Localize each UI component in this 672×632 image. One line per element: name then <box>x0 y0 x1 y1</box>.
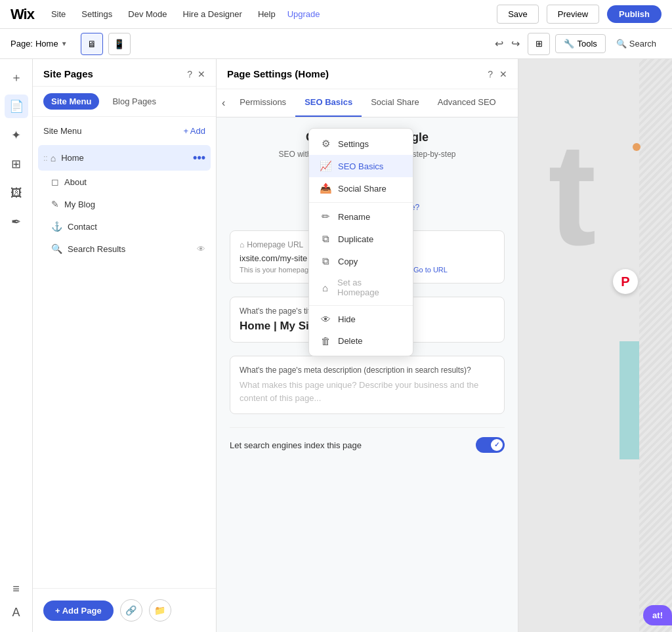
folder-icon-button[interactable]: 📁 <box>149 599 171 621</box>
page-item-blog[interactable]: ✎ My Blog <box>38 193 211 215</box>
page-selector-label: Page: <box>10 39 33 49</box>
page-item-contact[interactable]: ⚓ Contact <box>38 215 211 238</box>
ps-header-icons: ? ✕ <box>488 69 507 79</box>
index-toggle[interactable] <box>476 437 505 453</box>
publish-button[interactable]: Publish <box>607 5 662 23</box>
seo-icon: 📈 <box>320 160 331 172</box>
sidebar-accessibility-button[interactable]: A <box>5 600 28 624</box>
tab-site-menu[interactable]: Site Menu <box>43 93 99 110</box>
page-list: :: ⌂ Home ••• ◻ About ✎ My Blog ⚓ Contac… <box>33 145 216 260</box>
wix-logo: Wix <box>10 6 34 23</box>
tab-social-share[interactable]: Social Share <box>362 89 429 117</box>
undo-button[interactable]: ↩ <box>492 35 506 53</box>
canvas-stripe <box>639 59 672 632</box>
ctx-copy[interactable]: ⧉ Copy <box>309 250 413 272</box>
go-to-url-link[interactable]: Go to URL <box>413 266 448 274</box>
ctx-hide-label: Hide <box>338 314 356 324</box>
layout-icon: ⊞ <box>536 39 543 49</box>
ctx-rename[interactable]: ✏ Rename <box>309 205 413 228</box>
site-menu-section: Site Menu + Add <box>33 117 216 145</box>
blog-page-icon: ✎ <box>51 199 59 209</box>
ctx-duplicate[interactable]: ⧉ Duplicate <box>309 228 413 250</box>
ctx-hide[interactable]: 👁 Hide <box>309 308 413 330</box>
search-label: Search <box>629 39 656 49</box>
mobile-view-button[interactable]: 📱 <box>108 33 131 55</box>
preview-button[interactable]: Preview <box>547 5 599 24</box>
panel-help-icon[interactable]: ? <box>187 69 192 79</box>
ctx-social-share[interactable]: 📤 Social Share <box>309 177 413 200</box>
ctx-duplicate-label: Duplicate <box>338 234 373 244</box>
ps-title: Page Settings (Home) <box>227 68 488 79</box>
drag-handle-icon: :: <box>43 154 48 163</box>
tab-blog-pages[interactable]: Blog Pages <box>104 93 164 110</box>
sidebar-add-button[interactable]: ＋ <box>5 66 28 89</box>
chevron-down-icon: ▼ <box>61 40 68 47</box>
undo-redo-group: ↩ ↪ <box>492 35 522 53</box>
home-icon: ⌂ <box>240 240 244 249</box>
page-item-label-search: Search Results <box>68 244 197 254</box>
tab-seo-basics[interactable]: SEO Basics <box>295 89 362 117</box>
meta-section: What's the page's meta description (desc… <box>230 356 505 414</box>
ps-close-icon[interactable]: ✕ <box>499 69 507 79</box>
ps-help-icon[interactable]: ? <box>488 69 493 79</box>
sidebar-media-button[interactable]: 🖼 <box>5 181 28 205</box>
save-button[interactable]: Save <box>497 5 539 24</box>
canvas-letter: t <box>548 112 596 278</box>
panel-tabs: Site Menu Blog Pages <box>33 87 216 117</box>
social-icon: 📤 <box>320 182 331 194</box>
ctx-settings[interactable]: ⚙ Settings <box>309 133 413 155</box>
delete-icon: 🗑 <box>320 335 331 347</box>
page-item-search[interactable]: 🔍 Search Results 👁 <box>38 238 211 260</box>
tools-button[interactable]: 🔧 Tools <box>555 34 605 53</box>
ctx-set-homepage: ⌂ Set as Homepage <box>309 272 413 303</box>
chat-widget[interactable]: at! <box>643 605 672 625</box>
top-nav: Wix Site Settings Dev Mode Hire a Design… <box>0 0 672 29</box>
second-nav: Page: Home ▼ 🖥 📱 ↩ ↪ ⊞ 🔧 Tools 🔍 Search <box>0 29 672 59</box>
sidebar-design-button[interactable]: ✦ <box>5 123 28 147</box>
ctx-copy-label: Copy <box>338 257 358 266</box>
duplicate-icon: ⧉ <box>320 233 331 245</box>
nav-upgrade[interactable]: Upgrade <box>287 9 320 19</box>
nav-help[interactable]: Help <box>254 7 280 22</box>
page-item-more-home[interactable]: ••• <box>193 151 205 165</box>
home-page-icon: ⌂ <box>51 153 56 163</box>
tab-advanced-seo[interactable]: Advanced SEO <box>429 89 505 117</box>
ps-back-button[interactable]: ‹ <box>217 89 230 117</box>
page-selector[interactable]: Page: Home ▼ <box>10 39 68 49</box>
nav-hire-designer[interactable]: Hire a Designer <box>179 7 246 22</box>
link-icon-button[interactable]: 🔗 <box>120 599 142 621</box>
ctx-delete[interactable]: 🗑 Delete <box>309 330 413 352</box>
page-item-home[interactable]: :: ⌂ Home ••• <box>38 145 211 171</box>
add-page-button[interactable]: + Add Page <box>43 600 114 621</box>
contact-page-icon: ⚓ <box>51 221 62 232</box>
nav-site[interactable]: Site <box>47 7 70 22</box>
tab-permissions[interactable]: Permissions <box>230 89 295 117</box>
meta-placeholder[interactable]: What makes this page unique? Describe yo… <box>240 379 495 404</box>
desktop-view-button[interactable]: 🖥 <box>81 33 103 55</box>
panel-title: Site Pages <box>43 68 187 79</box>
sidebar-vector-button[interactable]: ✒ <box>5 210 28 234</box>
url-label-text: Homepage URL <box>247 240 303 249</box>
eye-icon[interactable]: 👁 <box>197 244 205 254</box>
canvas-area: t P at! <box>518 59 672 632</box>
site-menu-label: Site Menu <box>43 126 82 136</box>
add-page-link[interactable]: + Add <box>183 126 205 136</box>
sidebar-apps-button[interactable]: ⊞ <box>5 152 28 176</box>
page-item-about[interactable]: ◻ About <box>38 171 211 193</box>
redo-button[interactable]: ↪ <box>509 35 522 53</box>
meta-question: What's the page's meta description (desc… <box>240 366 495 375</box>
nav-settings[interactable]: Settings <box>77 7 116 22</box>
sidebar-layers-button[interactable]: ≡ <box>5 577 28 600</box>
ctx-seo-basics[interactable]: 📈 SEO Basics <box>309 155 413 177</box>
search-button[interactable]: 🔍 Search <box>611 35 662 53</box>
pinterest-icon[interactable]: P <box>613 269 638 294</box>
page-selector-name: Home <box>35 39 58 49</box>
nav-dev-mode[interactable]: Dev Mode <box>124 7 171 22</box>
ctx-rename-label: Rename <box>338 212 370 222</box>
panel-close-icon[interactable]: ✕ <box>198 69 205 79</box>
layout-button[interactable]: ⊞ <box>528 33 550 55</box>
page-item-label-contact: Contact <box>68 222 205 232</box>
page-item-label-home: Home <box>61 153 193 163</box>
ctx-homepage-label: Set as Homepage <box>337 278 402 297</box>
sidebar-pages-button[interactable]: 📄 <box>5 95 28 118</box>
